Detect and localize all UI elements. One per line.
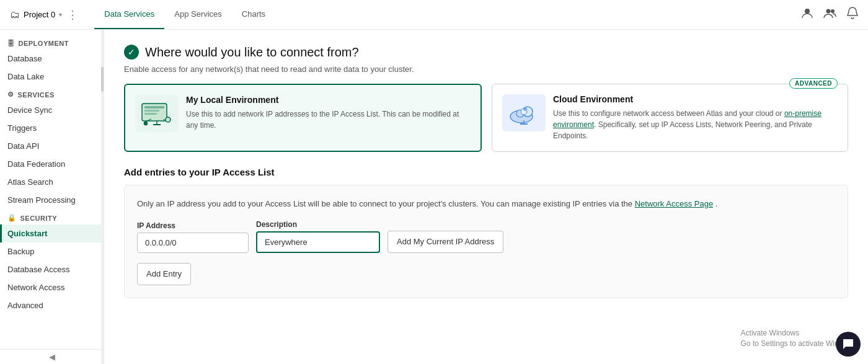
page-header: ✓ Where would you like to connect from? [124,45,848,60]
sidebar-item-backup[interactable]: Backup [0,242,104,260]
sidebar-item-atlas-search[interactable]: Atlas Search [0,173,104,191]
bell-icon[interactable] [847,7,858,22]
page-title: Where would you like to connect from? [145,45,359,60]
main-tabs: Data Services App Services Charts [94,0,275,29]
sidebar-item-data-lake[interactable]: Data Lake [0,68,104,86]
env-card-cloud-desc: Use this to configure network access bet… [553,108,838,141]
svg-point-1 [826,9,831,14]
access-note: Only an IP address you add to your Acces… [137,198,835,210]
env-card-cloud[interactable]: ADVANCED Cloud Environment [492,84,848,152]
chat-button[interactable] [836,332,861,357]
svg-point-2 [831,9,835,13]
sidebar-section-services: ⚙ SERVICES [0,86,104,101]
sidebar-item-device-sync[interactable]: Device Sync [0,101,104,119]
page-subtitle: Enable access for any network(s) that ne… [124,64,848,74]
ip-address-group: IP Address [137,221,249,253]
top-nav: 🗂 Project 0 ▾ ⋮ Data Services App Servic… [0,0,868,30]
svg-point-9 [144,122,148,125]
env-card-cloud-content: Cloud Environment Use this to configure … [553,94,838,141]
env-card-cloud-badge: ADVANCED [789,78,838,89]
sidebar-section-deployment: 🗄 DEPLOYMENT [0,35,104,50]
sidebar-section-security: 🔒 SECURITY [0,209,104,224]
sidebar-collapse-button[interactable]: ◀ [0,349,104,364]
access-panel: Only an IP address you add to your Acces… [124,185,848,298]
project-name: Project 0 [24,10,55,19]
add-current-ip-button[interactable]: Add My Current IP Address [388,231,503,253]
collapse-icon: ◀ [49,352,55,362]
svg-rect-4 [144,106,164,109]
env-card-local[interactable]: My Local Environment Use this to add net… [124,84,482,152]
top-nav-actions [801,7,858,22]
network-access-link[interactable]: Network Access Page [635,199,713,208]
env-card-local-title: My Local Environment [186,95,471,105]
env-icon-local [135,95,179,132]
svg-rect-6 [144,113,157,115]
sidebar-item-triggers[interactable]: Triggers [0,119,104,137]
team-icon[interactable] [823,7,837,22]
description-group: Description [256,220,380,253]
env-card-local-content: My Local Environment Use this to add net… [186,95,471,131]
app-layout: 🗄 DEPLOYMENT Database Data Lake ⚙ SERVIC… [0,30,868,364]
security-icon: 🔒 [7,214,17,222]
user-icon[interactable] [801,7,813,22]
tab-app-services[interactable]: App Services [164,0,232,29]
sidebar-item-stream-processing[interactable]: Stream Processing [0,191,104,209]
sidebar-item-database[interactable]: Database [0,50,104,68]
env-card-cloud-title: Cloud Environment [553,94,838,104]
folder-icon: 🗂 [10,9,20,20]
main-content: ✓ Where would you like to connect from? … [104,30,868,364]
svg-point-11 [166,117,170,122]
ip-section-title: Add entries to your IP Access List [124,167,848,177]
svg-rect-5 [144,110,159,112]
sidebar-item-advanced[interactable]: Advanced [0,296,104,314]
tab-charts[interactable]: Charts [232,0,275,29]
cloud-env-link[interactable]: on-premise environment [553,109,822,129]
env-card-local-desc: Use this to add network IP addresses to … [186,109,471,131]
services-icon: ⚙ [7,91,14,99]
project-chevron-icon: ▾ [59,11,62,18]
project-selector[interactable]: 🗂 Project 0 ▾ [10,9,62,20]
description-input[interactable] [256,231,380,253]
sidebar-item-network-access[interactable]: Network Access [0,278,104,296]
ip-address-input[interactable] [137,233,249,253]
sidebar-item-database-access[interactable]: Database Access [0,260,104,278]
ip-address-label: IP Address [137,221,249,230]
env-cards-row: My Local Environment Use this to add net… [124,84,848,152]
sidebar-item-data-federation[interactable]: Data Federation [0,155,104,173]
ip-form-row: IP Address Description Add My Current IP… [137,220,835,253]
sidebar-item-data-api[interactable]: Data API [0,137,104,155]
tab-data-services[interactable]: Data Services [94,0,164,29]
deployment-icon: 🗄 [7,40,15,47]
svg-point-17 [523,107,527,111]
svg-point-0 [805,9,810,14]
sidebar: 🗄 DEPLOYMENT Database Data Lake ⚙ SERVIC… [0,30,104,364]
add-entry-button[interactable]: Add Entry [137,263,191,285]
check-icon: ✓ [124,45,139,60]
description-label: Description [256,220,380,229]
sidebar-item-quickstart[interactable]: Quickstart [0,224,104,242]
env-icon-cloud [502,94,546,131]
more-menu-button[interactable]: ⋮ [67,8,79,22]
